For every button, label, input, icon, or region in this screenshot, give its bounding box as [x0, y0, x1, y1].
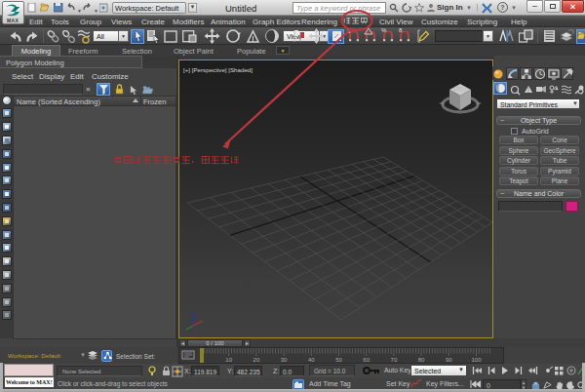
svg-text:30: 30	[281, 357, 288, 363]
svg-text:50: 50	[335, 357, 342, 363]
svg-text:40: 40	[308, 357, 315, 363]
svg-text:90: 90	[446, 357, 452, 363]
svg-text:20: 20	[254, 357, 260, 363]
svg-text:60: 60	[363, 357, 370, 363]
svg-text:70: 70	[391, 357, 398, 363]
svg-text:100: 100	[471, 357, 482, 363]
svg-text:10: 10	[225, 357, 232, 363]
svg-text:80: 80	[418, 357, 425, 363]
